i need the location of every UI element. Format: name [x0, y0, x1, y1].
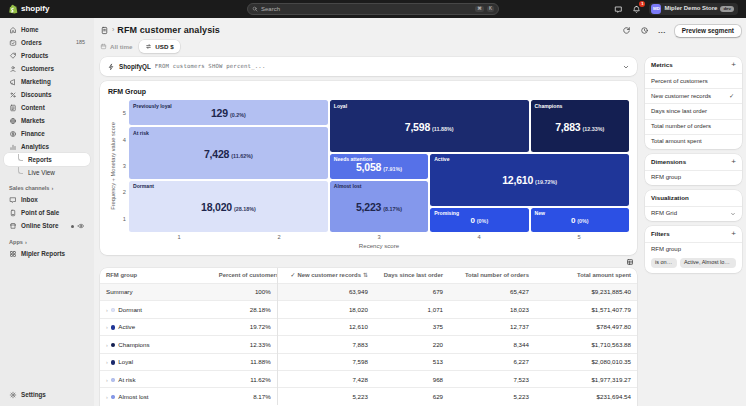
- add-filters-button[interactable]: +: [731, 230, 736, 238]
- export-table-button[interactable]: [626, 258, 634, 266]
- top-bar: shopify ⌘ K 1 MD Mi: [0, 0, 746, 18]
- column-header-new-customer-records[interactable]: ✓New customer records⇅: [277, 268, 374, 284]
- y-axis-tick: 3: [120, 163, 126, 170]
- sidebar-item-online-store[interactable]: Online Store: [4, 220, 90, 233]
- sidebar-item-home[interactable]: Home: [4, 23, 90, 36]
- chevron-down-icon: [730, 211, 736, 217]
- y-axis-tick: 4: [120, 137, 126, 144]
- sidebar-item-label: Home: [21, 26, 39, 34]
- filter-condition-pill[interactable]: is one of: [651, 258, 677, 268]
- panel-item-new-customer-records[interactable]: New customer records✓: [645, 88, 742, 103]
- panel-item-total-number-of-orders[interactable]: Total number of orders: [645, 119, 742, 134]
- chevron-down-icon[interactable]: [622, 63, 630, 71]
- rfm-cell-promising[interactable]: Promising0(0%): [430, 208, 528, 233]
- column-header-total-number-of-orders[interactable]: Total number of orders: [449, 268, 535, 284]
- search-bar[interactable]: ⌘ K: [247, 3, 499, 15]
- column-header-rfm-group[interactable]: RFM group: [100, 268, 213, 284]
- rfm-cell-at-risk[interactable]: At risk7,428(11.62%): [129, 127, 328, 179]
- table-row[interactable]: ›Champions12.33%7,8832208,344$1,710,563.…: [100, 336, 637, 353]
- currency-selector[interactable]: USD $: [139, 40, 179, 52]
- table-row-summary[interactable]: Summary100%63,94967965,427$9,231,885.40: [100, 283, 637, 300]
- cell-new-customer-records: 7,883: [277, 336, 374, 353]
- table-row[interactable]: ›Almost lost8.17%5,2236295,223$231,694.5…: [100, 388, 637, 405]
- panel-item-rfm-grid[interactable]: RFM Grid: [645, 206, 742, 221]
- column-header-total-amount-spent[interactable]: Total amount spent: [535, 268, 637, 284]
- sidebar-item-content[interactable]: Content: [4, 101, 90, 114]
- rfm-cell-needs-attention[interactable]: Needs attention5,058(7.91%): [330, 154, 428, 179]
- add-metrics-button[interactable]: +: [731, 61, 736, 69]
- sidebar-item-point-of-sale[interactable]: Point of Sale: [4, 207, 90, 220]
- sidebar-item-label: Markets: [21, 117, 45, 125]
- sidebar-item-marketing[interactable]: Marketing: [4, 75, 90, 88]
- rfm-cell-active[interactable]: Active12,610(19.72%): [430, 154, 629, 206]
- sidebar-item-label: Analytics: [21, 143, 49, 151]
- sidebar-item-finance[interactable]: Finance: [4, 127, 90, 140]
- sidebar-item-mipler-reports[interactable]: Mipler Reports: [4, 247, 90, 260]
- live-indicator-dot: [71, 225, 74, 228]
- sidebar-item-orders[interactable]: Orders185: [4, 36, 90, 49]
- expand-caret-icon: ›: [106, 342, 108, 348]
- sidebar-item-reports[interactable]: Reports: [4, 153, 90, 166]
- expand-caret-icon: ›: [106, 394, 108, 400]
- cell-percent-of-customers: 100%: [213, 283, 277, 300]
- shopify-logo[interactable]: shopify: [8, 4, 49, 14]
- sidebar-item-label: Customers: [21, 65, 54, 73]
- rfm-cell-loyal[interactable]: Loyal7,598(11.88%): [330, 100, 529, 152]
- cell-days-since-last-order: 375: [374, 318, 449, 335]
- group-color-dot: [111, 378, 116, 383]
- column-header-days-since-last-order[interactable]: Days since last order: [374, 268, 449, 284]
- panel-item-total-amount-spent[interactable]: Total amount spent: [645, 134, 742, 149]
- notifications-button[interactable]: 1: [631, 4, 642, 15]
- table-row[interactable]: ›Active19.72%12,61037512,737$784,497.80: [100, 318, 637, 335]
- search-input[interactable]: [261, 6, 472, 12]
- sidebar-item-label: Live View: [28, 169, 55, 177]
- panel-item-days-since-last-order[interactable]: Days since last order: [645, 103, 742, 118]
- sidebar-item-markets[interactable]: Markets: [4, 114, 90, 127]
- orders-icon: [9, 39, 17, 47]
- cell-total-number-of-orders: 65,427: [449, 283, 535, 300]
- sidebar-item-label: Orders: [21, 39, 42, 47]
- sidebar-item-live-view[interactable]: Live View: [4, 166, 90, 179]
- admin-chat-button[interactable]: [613, 4, 624, 15]
- sidebar-item-analytics[interactable]: Analytics: [4, 140, 90, 153]
- cell-total-amount-spent: $1,710,563.88: [535, 336, 637, 353]
- sidebar-item-settings[interactable]: Settings: [4, 388, 90, 401]
- rfm-cell-dormant[interactable]: Dormant18,020(28.18%): [129, 181, 328, 233]
- sales-channels-header[interactable]: Sales channels ›: [4, 179, 90, 194]
- panel-item-rfm-group[interactable]: RFM group: [645, 242, 742, 257]
- column-header-percent-of-customers[interactable]: Percent of customers: [213, 268, 277, 284]
- table-row[interactable]: ›At risk11.62%7,4289687,523$1,977,319.27: [100, 371, 637, 388]
- date-range-filter[interactable]: All time: [100, 43, 132, 50]
- more-options-button[interactable]: …: [656, 24, 669, 37]
- panel-item-percent-of-customers[interactable]: Percent of customers: [645, 73, 742, 88]
- rfm-cell-new[interactable]: New0(0%): [531, 208, 629, 233]
- panel-item-rfm-group[interactable]: RFM group: [645, 170, 742, 185]
- gear-icon: [9, 391, 17, 399]
- rfm-cell-champions[interactable]: Champions7,883(12.33%): [531, 100, 629, 152]
- cell-days-since-last-order: 629: [374, 388, 449, 405]
- table-row[interactable]: ›Loyal11.88%7,5985136,227$2,080,010.35: [100, 353, 637, 370]
- rfm-cell-almost-lost[interactable]: Almost lost5,223(8.17%): [330, 181, 428, 233]
- products-icon: [9, 52, 17, 60]
- shopifyql-bar[interactable]: ShopifyQL FROM customers SHOW percent_..…: [100, 57, 637, 76]
- schedule-button[interactable]: [638, 24, 651, 37]
- table-grid-icon: [626, 258, 634, 266]
- table-row[interactable]: ›Dormant28.18%18,0201,07118,023$1,571,40…: [100, 301, 637, 318]
- sidebar-item-products[interactable]: Products: [4, 49, 90, 62]
- sidebar-item-discounts[interactable]: Discounts: [4, 88, 90, 101]
- refresh-button[interactable]: [620, 24, 633, 37]
- apps-header[interactable]: Apps ›: [4, 233, 90, 248]
- rfm-cell-previously-loyal[interactable]: Previously loyal129(0.2%): [129, 100, 328, 125]
- store-menu[interactable]: MD Mipler Demo Store dev: [649, 3, 738, 15]
- cell-percent-of-customers: 11.88%: [213, 353, 277, 370]
- sidebar-item-label: Reports: [28, 156, 52, 164]
- add-dimensions-button[interactable]: +: [731, 158, 736, 166]
- sidebar-item-customers[interactable]: Customers: [4, 62, 90, 75]
- filter-condition-pill[interactable]: Active, Almost lost, A...: [680, 258, 736, 268]
- preview-segment-button[interactable]: Preview segment: [674, 24, 742, 38]
- sidebar-item-inbox[interactable]: Inbox: [4, 194, 90, 207]
- sidebar: HomeOrders185ProductsCustomersMarketingD…: [0, 18, 94, 406]
- panel-section-title: Filters: [651, 230, 670, 237]
- expand-caret-icon: ›: [106, 324, 108, 330]
- group-color-dot: [111, 343, 116, 348]
